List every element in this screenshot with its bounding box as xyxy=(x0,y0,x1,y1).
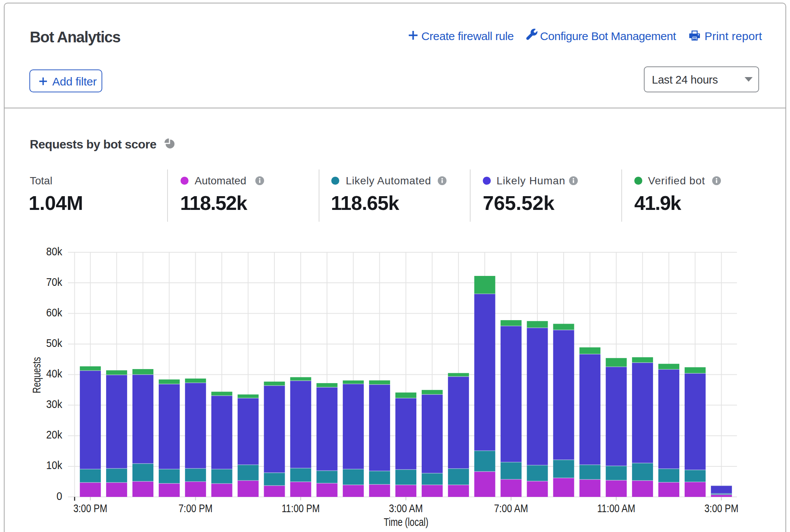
svg-text:30k: 30k xyxy=(46,398,62,410)
svg-text:Requests: Requests xyxy=(31,357,43,393)
svg-text:3:00 AM: 3:00 AM xyxy=(389,502,423,514)
svg-text:20k: 20k xyxy=(46,429,62,441)
svg-text:3:00 PM: 3:00 PM xyxy=(705,502,738,514)
svg-text:7:00 PM: 7:00 PM xyxy=(179,502,213,514)
svg-text:70k: 70k xyxy=(46,276,62,288)
svg-text:60k: 60k xyxy=(46,306,62,319)
svg-text:10k: 10k xyxy=(46,459,62,471)
svg-text:0: 0 xyxy=(56,490,62,502)
svg-text:80k: 80k xyxy=(46,245,62,258)
svg-text:7:00 AM: 7:00 AM xyxy=(494,502,528,514)
svg-text:3:00 PM: 3:00 PM xyxy=(73,502,107,514)
svg-text:11:00 PM: 11:00 PM xyxy=(282,502,320,514)
svg-text:40k: 40k xyxy=(46,368,62,380)
svg-text:50k: 50k xyxy=(46,337,62,349)
svg-text:11:00 AM: 11:00 AM xyxy=(597,502,635,514)
svg-text:Time (local): Time (local) xyxy=(384,516,429,528)
